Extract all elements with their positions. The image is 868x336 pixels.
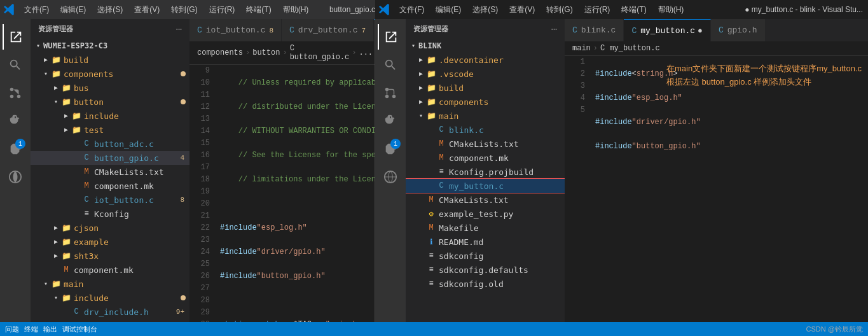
sidebar-item-build-right[interactable]: ▶ 📁 build — [406, 81, 565, 95]
breadcrumb-file-right[interactable]: C my_button.c — [600, 44, 660, 53]
sidebar-item-cjson[interactable]: ▶ 📁 cjson — [31, 221, 189, 235]
menu-file-left[interactable]: 文件(F) — [19, 2, 54, 18]
breadcrumb-more[interactable]: ... — [359, 48, 373, 57]
breadcrumb-main-right[interactable]: main — [572, 44, 591, 53]
status-item-issues[interactable]: 问题 — [5, 325, 19, 334]
menu-terminal-right[interactable]: 终端(T) — [616, 2, 651, 18]
sidebar-item-example-test[interactable]: ▶ ⚙ example_test.py — [406, 207, 565, 221]
sidebar-content-left[interactable]: ▾ WUMEI-ESP32-C3 ▶ 📁 build ▾ 📁 component… — [31, 39, 189, 322]
sidebar-content-right[interactable]: ▾ BLINK ▶ 📁 .devcontainer ▶ 📁 .vscode — [406, 39, 565, 322]
menu-goto-left[interactable]: 转到(G) — [166, 2, 202, 18]
sidebar-item-cmake-main[interactable]: ▶ M CMakeLists.txt — [406, 137, 565, 151]
sidebar-item-kconfig-proj[interactable]: ▶ ≡ Kconfig.projbuild — [406, 165, 565, 179]
sidebar-item-makefile[interactable]: ▶ M Makefile — [406, 221, 565, 235]
sidebar-item-component-mk1[interactable]: ▶ M component.mk — [31, 179, 189, 193]
menu-run-right[interactable]: 运行(R) — [579, 2, 616, 18]
sidebar-item-devcontainer[interactable]: ▶ 📁 .devcontainer — [406, 53, 565, 67]
status-item-debug[interactable]: 调试控制台 — [62, 325, 97, 334]
sidebar-item-button-left[interactable]: ▾ 📁 button — [31, 95, 189, 109]
breadcrumb-button[interactable]: button — [252, 48, 280, 57]
tab-iot-button[interactable]: C iot_button.c 8 — [189, 19, 282, 41]
tree-root-right[interactable]: ▾ BLINK — [406, 39, 565, 53]
sidebar-item-button-gpio[interactable]: ▶ C button_gpio.c 4 — [31, 151, 189, 165]
sidebar-item-components-left[interactable]: ▾ 📁 components — [31, 67, 189, 81]
sidebar-item-iot-button[interactable]: ▶ C iot_button.c 8 — [31, 193, 189, 207]
tree-root-left[interactable]: ▾ WUMEI-ESP32-C3 — [31, 39, 189, 53]
label-sdkconfig-defaults: sdkconfig.defaults — [439, 265, 565, 275]
explorer-icon[interactable] — [3, 24, 28, 50]
arrow-example: ▶ — [51, 237, 61, 247]
sidebar-item-example[interactable]: ▶ 📁 example — [31, 235, 189, 249]
tab-drv-button[interactable]: C drv_button.c 7 — [282, 19, 374, 41]
search-icon-right[interactable] — [378, 52, 403, 78]
sidebar-item-include-left[interactable]: ▶ 📁 include — [31, 109, 189, 123]
breadcrumb-file-gpio[interactable]: C button_gpio.c — [290, 44, 350, 62]
sidebar-item-kconfig1[interactable]: ▶ ≡ Kconfig — [31, 207, 189, 221]
tab-my-button-c[interactable]: C my_button.c ● — [624, 19, 710, 41]
menu-terminal-left[interactable]: 终端(T) — [241, 2, 276, 18]
sidebar-more-right[interactable]: ··· — [551, 25, 557, 33]
extensions-icon-right[interactable]: 1 — [378, 136, 403, 162]
sidebar-more-left[interactable]: ··· — [176, 25, 182, 33]
menu-file-right[interactable]: 文件(F) — [394, 2, 429, 18]
sidebar-item-test-left[interactable]: ▶ 📁 test — [31, 123, 189, 137]
sidebar-header-right: 资源管理器 ··· — [406, 19, 565, 39]
sidebar-item-cmake-root[interactable]: ▶ M CMakeLists.txt — [406, 193, 565, 207]
menu-goto-right[interactable]: 转到(G) — [541, 2, 577, 18]
breadcrumb-components[interactable]: components — [197, 48, 243, 57]
code-editor-left[interactable]: 910111213 1415161718 1920212223 24252627… — [189, 65, 375, 322]
explorer-icon-right[interactable] — [378, 24, 403, 50]
sidebar-item-sdkconfig[interactable]: ▶ ≡ sdkconfig — [406, 249, 565, 263]
sidebar-item-sdkconfig-defaults[interactable]: ▶ ≡ sdkconfig.defaults — [406, 263, 565, 277]
status-item-output[interactable]: 输出 — [43, 325, 57, 334]
remote-icon-left[interactable] — [3, 164, 28, 190]
label-button-left: button — [74, 97, 181, 107]
sidebar-item-vscode[interactable]: ▶ 📁 .vscode — [406, 67, 565, 81]
sidebar-item-sht3x[interactable]: ▶ 📁 sht3x — [31, 249, 189, 263]
search-icon-left[interactable] — [3, 52, 28, 78]
sidebar-item-component-mk2[interactable]: ▶ M component.mk — [31, 263, 189, 277]
sidebar-item-readme[interactable]: ▶ ℹ README.md — [406, 235, 565, 249]
status-item-terminal[interactable]: 终端 — [24, 325, 38, 334]
sidebar-item-button-adc[interactable]: ▶ C button_adc.c — [31, 137, 189, 151]
tab-c-icon-mybtn: C — [631, 26, 637, 36]
menu-help-right[interactable]: 帮助(H) — [653, 2, 689, 18]
debug-icon-right[interactable] — [378, 108, 403, 134]
code-editor-right[interactable]: 12345 #include <string.h> #include "esp_… — [565, 56, 868, 322]
git-icon-left[interactable] — [3, 80, 28, 106]
sidebar-item-blink-c[interactable]: ▶ C blink.c — [406, 123, 565, 137]
menu-run-left[interactable]: 运行(R) — [204, 2, 240, 18]
sidebar-item-bus-left[interactable]: ▶ 📁 bus — [31, 81, 189, 95]
sidebar-item-include2-left[interactable]: ▾ 📁 include — [31, 291, 189, 305]
menu-view-right[interactable]: 查看(V) — [504, 2, 540, 18]
tab-blink-c[interactable]: C blink.c — [565, 19, 624, 41]
menu-select-left[interactable]: 选择(S) — [92, 2, 128, 18]
sidebar-item-build-left[interactable]: ▶ 📁 build — [31, 53, 189, 67]
sidebar-item-drv-include[interactable]: ▶ C drv_include.h 9+ — [31, 305, 189, 319]
git-icon-right[interactable] — [378, 80, 403, 106]
debug-icon-left[interactable] — [3, 108, 28, 134]
sidebar-item-main-left[interactable]: ▾ 📁 main — [31, 277, 189, 291]
sidebar-item-sdkconfig-old[interactable]: ▶ ≡ sdkconfig.old — [406, 277, 565, 291]
info-icon-readme: ℹ — [426, 237, 436, 247]
sidebar-item-cmake1[interactable]: ▶ M CMakeLists.txt — [31, 165, 189, 179]
menu-select-right[interactable]: 选择(S) — [467, 2, 503, 18]
svg-point-0 — [17, 95, 21, 99]
sidebar-item-component-mk-main[interactable]: ▶ M component.mk — [406, 151, 565, 165]
remote-icon-right[interactable] — [378, 164, 403, 190]
extensions-icon-left[interactable]: 1 — [3, 136, 28, 162]
menu-edit-right[interactable]: 编辑(E) — [431, 2, 466, 18]
sidebar-item-main-right[interactable]: ▾ 📁 main — [406, 109, 565, 123]
tab-gpio-h[interactable]: C gpio.h — [711, 19, 766, 41]
menu-help-left[interactable]: 帮助(H) — [278, 2, 314, 18]
folder-icon-devcontainer: 📁 — [426, 55, 436, 65]
tab-button-gpio[interactable]: C button_gpio.c — [374, 19, 375, 41]
right-pane: 1 资源管理器 ··· ▾ BLINK — [375, 19, 868, 322]
menu-view-left[interactable]: 查看(V) — [129, 2, 165, 18]
sidebar-item-components-right[interactable]: ▶ 📁 components — [406, 95, 565, 109]
menu-edit-left[interactable]: 编辑(E) — [55, 2, 91, 18]
folder-icon-include2-left: 📁 — [61, 293, 71, 303]
label-cmake-root: CMakeLists.txt — [439, 195, 565, 205]
sidebar-item-my-button[interactable]: ▶ C my_button.c — [406, 179, 565, 193]
m-icon-component-mk-main: M — [436, 153, 446, 163]
